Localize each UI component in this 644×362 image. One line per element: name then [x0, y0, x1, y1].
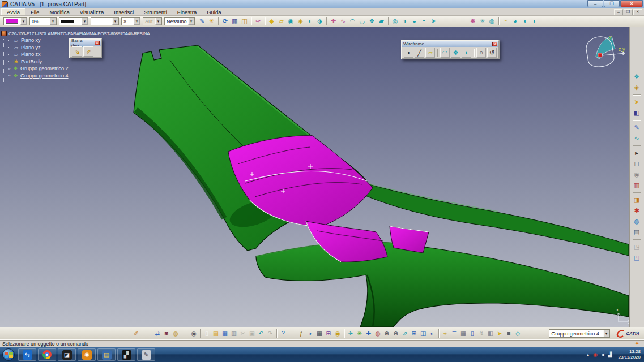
work-grid-icon[interactable]: ▦: [459, 329, 468, 338]
palette-title-bar[interactable]: Wireframe ✕: [402, 41, 498, 47]
shading-icon[interactable]: ◐: [428, 329, 437, 338]
offset-surface-icon[interactable]: ◐: [305, 16, 315, 26]
paste-icon[interactable]: ▣: [248, 329, 257, 338]
open-icon[interactable]: ▤: [211, 329, 220, 338]
layers-icon[interactable]: ◧: [486, 329, 495, 338]
tree-item-gruppo-2[interactable]: » ❖ Gruppo geometrico.2: [8, 66, 150, 72]
paint-icon[interactable]: ☀: [207, 16, 216, 26]
pad-icon[interactable]: ◧: [632, 107, 642, 118]
menu-strumenti[interactable]: Strumenti: [139, 8, 172, 15]
snap-icon[interactable]: ◍: [487, 16, 497, 26]
sweep-surface-icon[interactable]: ❖: [632, 71, 642, 82]
plane-icon[interactable]: ▱: [425, 48, 435, 58]
teamviewer-icon[interactable]: ⇆: [18, 348, 36, 361]
render-stars-icon[interactable]: ✱: [632, 205, 642, 216]
measure-icon[interactable]: ◉: [333, 329, 342, 338]
point-icon[interactable]: ◆: [267, 16, 276, 26]
smooth-curve-icon[interactable]: ➤: [429, 16, 438, 26]
network-icon[interactable]: ▟: [607, 351, 614, 359]
rotate-icon[interactable]: ◍: [373, 329, 382, 338]
line-weight-combo[interactable]: ▼: [59, 17, 88, 25]
sketch-tools-icon[interactable]: ✎: [632, 122, 642, 133]
photo-viewer-icon[interactable]: ▞: [117, 348, 135, 361]
work-on-support-icon[interactable]: ✳: [477, 16, 487, 26]
insert-mode-icon[interactable]: ✱: [468, 16, 477, 26]
help-icon[interactable]: ?: [279, 329, 288, 338]
extract-icon[interactable]: ❖: [367, 16, 377, 26]
catia-taskbar-icon[interactable]: ✎: [137, 348, 155, 361]
point-symbol-combo[interactable]: × ▼: [121, 17, 140, 25]
volume-icon[interactable]: ◄: [599, 351, 607, 359]
line-icon[interactable]: ╱: [415, 48, 424, 58]
close-button[interactable]: ✕: [620, 0, 643, 7]
plane-icon[interactable]: ▱: [276, 16, 286, 26]
palette-title-bar[interactable]: Barra deg... ✕: [70, 40, 101, 46]
grid-icon[interactable]: ▦: [230, 16, 240, 26]
transfer-icon[interactable]: ⇗: [83, 46, 93, 57]
undo-icon[interactable]: ↶: [257, 329, 266, 338]
wireframe-palette[interactable]: Wireframe ✕ •╱▱◠❖◗○↺: [401, 40, 500, 59]
trim-icon[interactable]: ◒: [410, 16, 419, 26]
normal-view-icon[interactable]: ⬀: [400, 329, 410, 338]
shape-analysis-icon[interactable]: ◔: [501, 16, 510, 26]
lock-icon[interactable]: ◍: [171, 329, 180, 338]
transparency-combo[interactable]: 0% ▼: [29, 17, 57, 25]
player-icon[interactable]: ◻: [632, 158, 642, 169]
redo-icon[interactable]: ↷: [266, 329, 275, 338]
chevron-down-icon[interactable]: ▼: [603, 330, 609, 337]
design-table-icon[interactable]: ⊞: [324, 329, 333, 338]
chrome-icon[interactable]: [38, 348, 56, 361]
apply-material-icon[interactable]: ◨: [632, 195, 642, 205]
multiple-extract-icon[interactable]: ▰: [377, 16, 386, 26]
close-icon[interactable]: ✕: [492, 42, 497, 46]
point-icon[interactable]: •: [404, 48, 413, 58]
exchange-icon[interactable]: ⟳: [220, 16, 230, 26]
menu-finestra[interactable]: Finestra: [172, 8, 202, 15]
untrim-icon[interactable]: ∿: [338, 16, 348, 26]
mdi-restore-button[interactable]: ❐: [624, 9, 633, 15]
iso-view-icon[interactable]: ◫: [419, 329, 428, 338]
intersection-icon[interactable]: ❖: [451, 48, 460, 58]
link-manager-icon[interactable]: ⇄: [153, 329, 162, 338]
new-icon[interactable]: ▯: [202, 329, 211, 338]
close-icon[interactable]: ✕: [95, 41, 100, 45]
maximize-button[interactable]: ❐: [604, 0, 620, 7]
pan-icon[interactable]: ✚: [364, 329, 373, 338]
boundary-icon[interactable]: ◡: [357, 16, 367, 26]
circle-icon[interactable]: ○: [476, 48, 486, 58]
historical-graph-icon[interactable]: ≣: [450, 329, 459, 338]
window-layout-icon[interactable]: ◰: [632, 252, 642, 263]
drafting-icon[interactable]: ◳: [632, 242, 642, 252]
taskbar-clock[interactable]: 13:28 23/11/2020: [619, 349, 641, 360]
menu-file[interactable]: File: [25, 8, 44, 15]
tree-item-partbody[interactable]: ✱ PartBody: [8, 58, 150, 64]
select-icon[interactable]: ➤: [632, 97, 642, 107]
fly-icon[interactable]: ✈: [346, 329, 355, 338]
extrude-icon[interactable]: ⬗: [315, 16, 325, 26]
mapping-analysis-icon[interactable]: ◗: [530, 16, 539, 26]
layer-combo[interactable]: Nessuno ▼: [164, 17, 195, 25]
projection-icon[interactable]: ◈: [296, 16, 305, 26]
chevron-down-icon[interactable]: ▼: [134, 18, 140, 25]
start-button[interactable]: [2, 348, 15, 361]
menu-guida[interactable]: Guida: [202, 8, 226, 15]
line-type-combo[interactable]: ▼: [91, 17, 119, 25]
draft-analysis-icon[interactable]: ◖: [520, 16, 530, 26]
compass-center[interactable]: [598, 53, 602, 57]
catalog-browser-icon[interactable]: ◫: [240, 16, 249, 26]
chevron-down-icon[interactable]: ▼: [50, 18, 56, 25]
print-icon[interactable]: ▥: [229, 329, 238, 338]
disassemble-icon[interactable]: ◠: [348, 16, 357, 26]
zoom-in-icon[interactable]: ⊕: [382, 329, 391, 338]
chevron-down-icon[interactable]: ▼: [82, 18, 88, 25]
sketcher-icon[interactable]: ✑: [253, 16, 263, 26]
chevron-down-icon[interactable]: ▼: [20, 18, 27, 25]
minimize-button[interactable]: –: [587, 0, 603, 7]
chevron-down-icon[interactable]: ▼: [188, 18, 194, 25]
dialog-icon[interactable]: ◗: [306, 329, 315, 338]
healing-icon[interactable]: ✚: [329, 16, 338, 26]
zoom-out-icon[interactable]: ⊖: [391, 329, 400, 338]
helix-icon[interactable]: ↺: [487, 48, 497, 58]
connect-checker-icon[interactable]: ◕: [510, 16, 520, 26]
chevron-down-icon[interactable]: ▼: [112, 18, 118, 25]
